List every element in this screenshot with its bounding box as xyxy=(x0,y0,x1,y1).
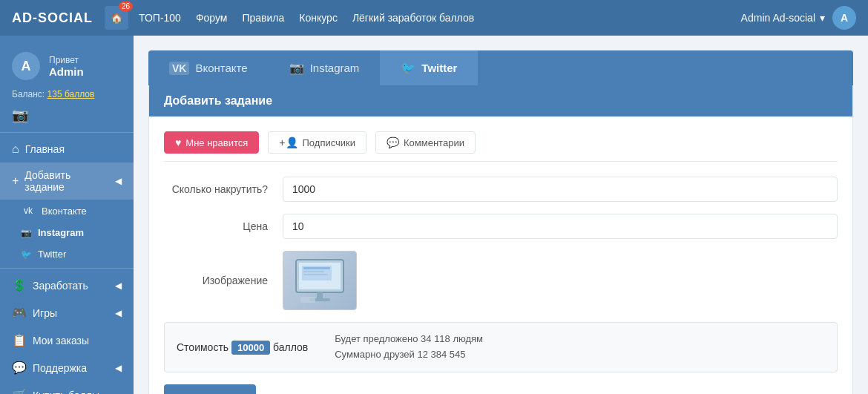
sub-tab-followers-label: Подписчики xyxy=(303,137,356,148)
twitter-tab-icon: 🐦 xyxy=(401,61,415,75)
sidebar-buy-label: Купить баллы xyxy=(33,390,99,395)
nav-username: Admin Ad-social xyxy=(741,12,815,24)
svg-rect-5 xyxy=(303,274,327,275)
tab-twitter[interactable]: 🐦 Twitter xyxy=(380,50,478,85)
sidebar-username: Admin xyxy=(49,65,84,78)
sidebar-balance: Баланс: 135 баллов xyxy=(0,86,134,105)
page-title: Добавить задание xyxy=(164,94,272,107)
sidebar-support-label: Поддержка xyxy=(33,362,87,374)
support-arrow-icon: ◀ xyxy=(115,363,122,373)
monitor-illustration xyxy=(290,257,349,305)
sidebar-earn-label: Заработать xyxy=(33,280,88,292)
sub-tabs: ♥ Мне нравится +👤 Подписчики 💬 Комментар… xyxy=(164,131,838,162)
sidebar-instagram-label: Instagram xyxy=(38,227,84,238)
tab-vk[interactable]: VK Вконтакте xyxy=(148,50,269,85)
comments-icon: 💬 xyxy=(387,137,399,148)
instagram-sub-icon: 📷 xyxy=(21,228,32,238)
nav-links: ТОП-100 Форум Правила Конкурс Лёгкий зар… xyxy=(139,12,474,24)
sidebar-divider-2 xyxy=(0,268,134,269)
nav-user-area: Admin Ad-social ▾ A xyxy=(741,6,856,30)
sidebar-item-buy[interactable]: 🛒 Купить баллы xyxy=(0,381,134,394)
followers-icon: +👤 xyxy=(279,137,297,148)
sidebar-twitter-label: Twitter xyxy=(38,249,66,260)
likes-icon: ♥ xyxy=(175,137,181,148)
sidebar-item-support[interactable]: 💬 Поддержка ◀ xyxy=(0,354,134,381)
sidebar-item-vk[interactable]: vk Вконтакте xyxy=(0,200,134,222)
sidebar-item-home[interactable]: ⌂ Главная xyxy=(0,136,134,162)
sidebar-orders-label: Мои заказы xyxy=(33,335,89,347)
vk-tab-icon: VK xyxy=(169,62,189,75)
sub-tab-comments[interactable]: 💬 Комментарии xyxy=(375,131,476,154)
twitter-sub-icon: 🐦 xyxy=(21,249,32,260)
main-card: Добавить задание ♥ Мне нравится +👤 Подпи… xyxy=(148,85,853,394)
sidebar-avatar: A xyxy=(12,52,40,80)
sub-tab-likes[interactable]: ♥ Мне нравится xyxy=(164,131,259,154)
nav-user-menu[interactable]: Admin Ad-social ▾ xyxy=(741,12,825,24)
tab-vk-label: Вконтакте xyxy=(195,62,247,74)
sub-tab-likes-label: Мне нравится xyxy=(185,137,248,148)
nav-rules[interactable]: Правила xyxy=(242,12,284,24)
sidebar-item-games[interactable]: 🎮 Игры ◀ xyxy=(0,299,134,326)
sidebar-item-add-task[interactable]: + Добавить задание ◀ xyxy=(0,162,134,200)
tab-twitter-label: Twitter xyxy=(421,62,457,74)
cost-value: 10000 xyxy=(231,341,270,355)
top-navbar: AD-SOCIAL 🏠 26 ТОП-100 Форум Правила Кон… xyxy=(0,0,868,36)
balance-link[interactable]: 135 баллов xyxy=(47,89,95,99)
sidebar-user-info: A Привет Admin xyxy=(0,43,134,86)
sidebar-divider-1 xyxy=(0,132,134,133)
nav-forum[interactable]: Форум xyxy=(196,12,228,24)
nav-chevron-icon: ▾ xyxy=(820,12,825,24)
price-input[interactable] xyxy=(283,214,838,239)
sub-tab-followers[interactable]: +👤 Подписчики xyxy=(268,131,366,154)
image-placeholder xyxy=(283,252,356,309)
count-label: Сколько накрутить? xyxy=(164,183,283,195)
sidebar-item-orders[interactable]: 📋 Мои заказы xyxy=(0,326,134,354)
vk-sub-icon: vk xyxy=(21,205,36,217)
count-input[interactable] xyxy=(283,177,838,202)
sidebar-item-twitter[interactable]: 🐦 Twitter xyxy=(0,243,134,265)
buy-icon: 🛒 xyxy=(12,388,27,394)
sub-tab-comments-label: Комментарии xyxy=(404,137,464,148)
platform-tabs: VK Вконтакте 📷 Instagram 🐦 Twitter xyxy=(148,50,853,85)
info-line2: Суммарно друзей 12 384 545 xyxy=(335,347,483,363)
sidebar-camera-icon: 📷 xyxy=(0,105,134,129)
home-button[interactable]: 🏠 26 xyxy=(105,6,128,30)
add-task-icon: + xyxy=(12,174,19,188)
nav-contest[interactable]: Конкурс xyxy=(299,12,338,24)
earn-arrow-icon: ◀ xyxy=(115,280,122,291)
sidebar-item-earn[interactable]: 💲 Заработать ◀ xyxy=(0,272,134,299)
sidebar-add-task-label: Добавить задание xyxy=(24,169,109,193)
orders-icon: 📋 xyxy=(12,333,27,347)
info-details: Будет предложено 34 118 людям Суммарно д… xyxy=(335,332,483,363)
sidebar-games-label: Игры xyxy=(33,307,57,319)
image-label: Изображение xyxy=(164,275,283,286)
cost-label: Стоимость xyxy=(177,341,228,353)
card-header: Добавить задание xyxy=(149,85,852,116)
sidebar-vk-label: Вконтакте xyxy=(42,206,87,217)
games-icon: 🎮 xyxy=(12,306,27,320)
cost-suffix: баллов xyxy=(273,341,308,353)
sidebar-greeting: Привет xyxy=(49,55,84,65)
svg-rect-6 xyxy=(317,292,323,298)
tab-instagram[interactable]: 📷 Instagram xyxy=(269,50,381,85)
support-icon: 💬 xyxy=(12,361,27,375)
main-layout: A Привет Admin Баланс: 135 баллов 📷 ⌂ Гл… xyxy=(0,36,868,394)
nav-avatar: A xyxy=(832,6,856,30)
main-content: VK Вконтакте 📷 Instagram 🐦 Twitter Добав… xyxy=(134,36,868,394)
card-body: ♥ Мне нравится +👤 Подписчики 💬 Комментар… xyxy=(149,116,852,394)
games-arrow-icon: ◀ xyxy=(115,308,122,318)
earn-icon: 💲 xyxy=(12,278,27,292)
sidebar-sub-menu: vk Вконтакте 📷 Instagram 🐦 Twitter xyxy=(0,200,134,265)
add-task-arrow-icon: ◀ xyxy=(115,176,122,186)
instagram-tab-icon: 📷 xyxy=(289,61,304,75)
tab-instagram-label: Instagram xyxy=(310,62,360,74)
nav-easy-earn[interactable]: Лёгкий заработок баллов xyxy=(352,12,474,24)
info-box: Стоимость 10000 баллов Будет предложено … xyxy=(164,322,838,372)
nav-top100[interactable]: ТОП-100 xyxy=(139,12,181,24)
submit-button[interactable]: Накрутить! xyxy=(164,384,256,394)
info-line1: Будет предложено 34 118 людям xyxy=(335,332,483,347)
notification-badge: 26 xyxy=(119,1,133,11)
svg-rect-4 xyxy=(303,271,324,272)
home-sidebar-icon: ⌂ xyxy=(12,142,19,156)
sidebar-item-instagram[interactable]: 📷 Instagram xyxy=(0,222,134,243)
